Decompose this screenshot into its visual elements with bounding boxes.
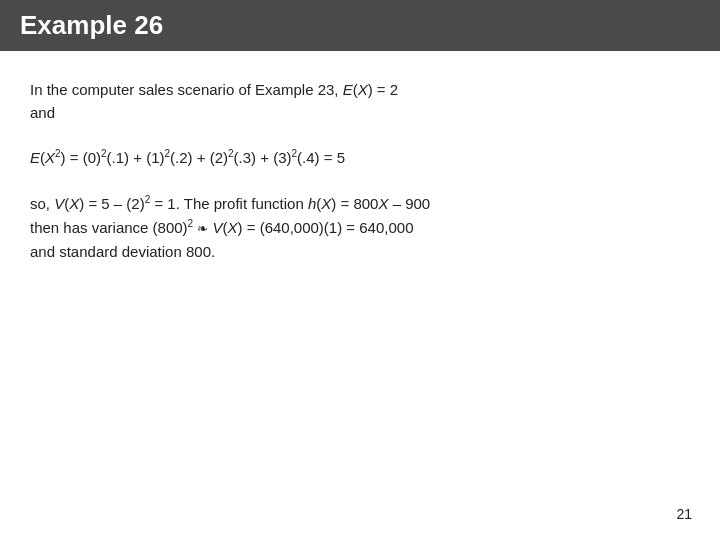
explanation-block: so, V(X) = 5 – (2)2 = 1. The profit func…: [30, 192, 690, 264]
title-bar: Example 26: [0, 0, 720, 51]
page-number: 21: [676, 506, 692, 522]
content-area: In the computer sales scenario of Exampl…: [0, 51, 720, 284]
formula-text: E(X2) = (0)2(.1) + (1)2(.2) + (2)2(.3) +…: [30, 149, 345, 166]
explanation-line1: so, V(X) = 5 – (2)2 = 1. The profit func…: [30, 195, 430, 212]
slide-title: Example 26: [20, 10, 163, 40]
slide-container: Example 26 In the computer sales scenari…: [0, 0, 720, 540]
formula-block: E(X2) = (0)2(.1) + (1)2(.2) + (2)2(.3) +…: [30, 146, 690, 170]
explanation-line2: then has variance (800)2 ❧ V(X) = (640,0…: [30, 219, 414, 236]
intro-line2: and: [30, 104, 55, 121]
explanation-line3: and standard deviation 800.: [30, 243, 215, 260]
intro-line1: In the computer sales scenario of Exampl…: [30, 81, 398, 98]
intro-paragraph: In the computer sales scenario of Exampl…: [30, 79, 690, 124]
